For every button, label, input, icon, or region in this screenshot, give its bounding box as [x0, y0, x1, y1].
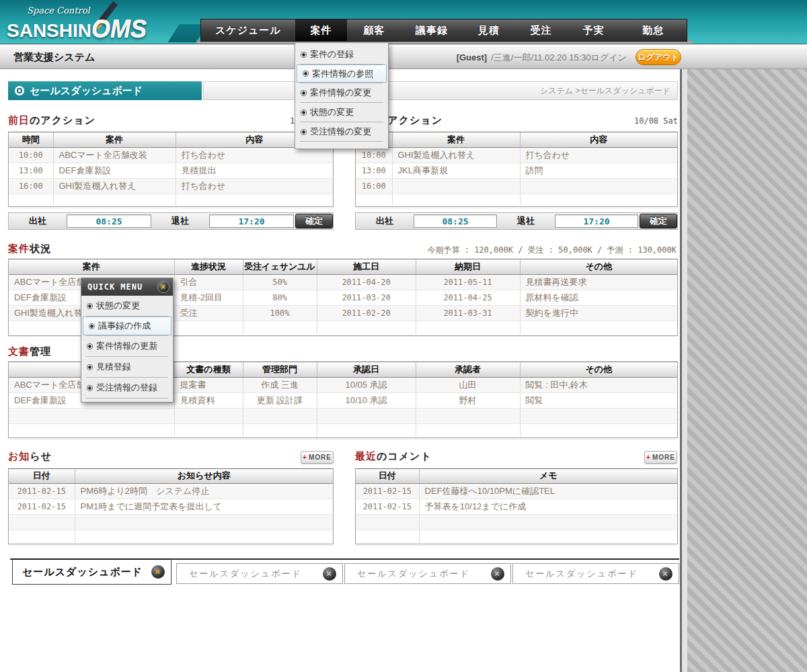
quick-menu: QUICK MENU× 状態の変更 議事録の作成 案件情報の更新 見積登録 受注…	[81, 278, 174, 403]
quick-menu-item[interactable]: 受注情報の登録	[81, 378, 173, 398]
sub-header: 営業支援システム [Guest]/三進/一郎/11.02.20 15:30ログイ…	[0, 44, 807, 69]
tab-close-icon[interactable]: ×	[491, 567, 504, 581]
yesterday-attendance-bar: 出社 退社 確定	[8, 212, 334, 230]
nav-yojitsu[interactable]: 予実	[567, 19, 619, 41]
table-row[interactable]	[9, 408, 677, 423]
quick-menu-item[interactable]: 見積登録	[81, 357, 173, 377]
tab-dashboard-3[interactable]: セールスダッシュボード×	[344, 563, 511, 584]
bullet-icon	[303, 71, 309, 77]
notice-table: 日付お知らせ内容 2011-02-15PM6時より2時間 システム停止 2011…	[8, 468, 334, 544]
nav-mitsumori[interactable]: 見積	[463, 19, 515, 41]
login-info: /三進/一郎/11.02.20 15:30ログイン	[491, 52, 627, 62]
main-nav: スケジュール 案件 顧客 議事録 見積 受注 予実 勤怠	[200, 19, 687, 42]
menu-item[interactable]: 案件情報の変更	[295, 83, 388, 102]
table-row[interactable]: 16:00GHI製造棚入れ替え打ち合わせ	[9, 178, 333, 194]
anken-dropdown-menu: 案件の登録 案件情報の参照 案件情報の変更 状態の変更 受注情報の変更	[295, 42, 389, 149]
clock-out-input[interactable]	[209, 214, 294, 228]
notice-title: お知らせ	[8, 450, 52, 463]
table-row[interactable]: 13:00JKL商事新規訪問	[356, 163, 677, 178]
table-row[interactable]: 2011-02-15PM6時より2時間 システム停止	[9, 483, 333, 499]
close-icon[interactable]: ×	[157, 281, 169, 293]
breadcrumb: システム >セールスダッシュボード	[203, 81, 678, 100]
col-case: 案件	[53, 132, 176, 147]
bullet-icon	[87, 385, 93, 391]
tab-dashboard-2[interactable]: セールスダッシュボード×	[176, 563, 343, 584]
tab-close-icon[interactable]: ×	[151, 565, 165, 579]
table-row[interactable]	[9, 194, 333, 208]
clock-in-label: 出社	[356, 215, 414, 227]
today-attendance-bar: 出社 退社 確定	[355, 212, 678, 230]
page-title-bar: セールスダッシュボード	[8, 81, 202, 100]
comments-more-button[interactable]: +MORE	[644, 451, 677, 464]
logout-button[interactable]: ログアウト	[636, 49, 681, 65]
today-date: 10/08 Sat	[611, 116, 678, 126]
col-content: 内容	[520, 132, 677, 147]
table-row[interactable]	[356, 194, 677, 208]
nav-schedule[interactable]: スケジュール	[201, 19, 295, 41]
clock-out-label: 退社	[151, 215, 209, 227]
tab-dashboard-4[interactable]: セールスダッシュボード×	[512, 563, 679, 584]
logo-oms: OMS	[91, 15, 147, 42]
bullet-icon	[87, 364, 93, 370]
confirm-button[interactable]: 確定	[295, 214, 333, 228]
table-row[interactable]: 16:00	[356, 178, 677, 194]
bullet-icon	[89, 323, 95, 329]
table-row[interactable]	[9, 514, 333, 530]
table-row[interactable]: 10:00ABCマート全店舗改装打ち合わせ	[9, 147, 333, 163]
comments-title: 最近のコメント	[355, 450, 432, 463]
clock-in-input[interactable]	[414, 214, 497, 228]
clock-in-label: 出社	[9, 215, 67, 227]
tab-close-icon[interactable]: ×	[323, 567, 336, 581]
bullet-icon	[301, 90, 307, 96]
content-right-gap	[682, 69, 687, 672]
table-row[interactable]: 10:00GHI製造棚入れ替え打ち合わせ	[356, 147, 677, 163]
table-row[interactable]: 2011-02-15PM1時までに週間予定表を提出して	[9, 499, 333, 514]
nav-kintai[interactable]: 勤怠	[619, 19, 687, 41]
cases-title: 案件状況	[8, 243, 51, 255]
yesterday-title: 前日のアクション	[8, 114, 95, 127]
menu-item-selected[interactable]: 案件情報の参照	[297, 65, 387, 83]
menu-item[interactable]: 受注情報の変更	[295, 122, 388, 141]
table-row[interactable]	[9, 423, 677, 439]
today-table: 時間案件内容 10:00GHI製造棚入れ替え打ち合わせ 13:00JKL商事新規…	[355, 132, 678, 207]
table-row[interactable]	[9, 530, 333, 545]
confirm-button[interactable]: 確定	[640, 214, 677, 228]
title-dot-icon	[15, 86, 24, 95]
table-row[interactable]: 13:00DEF倉庫新設見積提出	[9, 163, 333, 178]
tab-dashboard-active[interactable]: セールスダッシュボード×	[12, 558, 171, 585]
col-time: 時間	[9, 132, 53, 147]
comments-table: 日付メモ 2011-02-15DEF佐藤様へ10/10PMに確認TEL 2011…	[355, 468, 678, 544]
bullet-icon	[301, 110, 307, 116]
table-row[interactable]	[356, 530, 677, 545]
user-info: [Guest]/三進/一郎/11.02.20 15:30ログイン	[457, 52, 627, 64]
guest-badge: [Guest]	[457, 52, 488, 62]
app-logo: SANSHINOMS	[7, 15, 147, 43]
cases-summary: 今期予算 : 120,000K / 受注 : 50,000K / 予測 : 13…	[303, 245, 677, 256]
table-row[interactable]	[356, 514, 677, 530]
nav-kokyaku[interactable]: 顧客	[347, 19, 401, 41]
quick-menu-item-selected[interactable]: 議事録の作成	[83, 317, 171, 335]
col-case: 案件	[392, 132, 520, 147]
clock-in-input[interactable]	[67, 214, 151, 228]
menu-item[interactable]: 案件の登録	[295, 45, 388, 64]
nav-anken[interactable]: 案件	[295, 19, 348, 41]
quick-menu-header: QUICK MENU×	[81, 278, 173, 296]
page-title: セールスダッシュボード	[30, 85, 143, 96]
clock-out-input[interactable]	[555, 214, 638, 228]
notice-more-button[interactable]: +MORE	[301, 451, 334, 464]
menu-item[interactable]: 状態の変更	[295, 103, 388, 122]
bullet-icon	[301, 52, 307, 58]
system-title: 営業支援システム	[13, 51, 95, 64]
tab-close-icon[interactable]: ×	[659, 567, 672, 581]
nav-gijiroku[interactable]: 議事録	[401, 19, 463, 41]
quick-menu-item[interactable]: 状態の変更	[81, 296, 173, 316]
logo-sanshin: SANSHIN	[7, 20, 91, 41]
quick-menu-item[interactable]: 案件情報の更新	[81, 336, 173, 356]
table-row[interactable]: 2011-02-15DEF佐藤様へ10/10PMに確認TEL	[356, 483, 677, 499]
docs-title: 文書管理	[8, 345, 51, 358]
table-row[interactable]: 2011-02-15予算表を10/12までに作成	[356, 499, 677, 514]
bullet-icon	[87, 343, 93, 349]
nav-juchu[interactable]: 受注	[515, 19, 568, 41]
yesterday-table: 時間案件内容 10:00ABCマート全店舗改装打ち合わせ 13:00DEF倉庫新…	[8, 132, 334, 207]
bullet-icon	[87, 303, 93, 309]
